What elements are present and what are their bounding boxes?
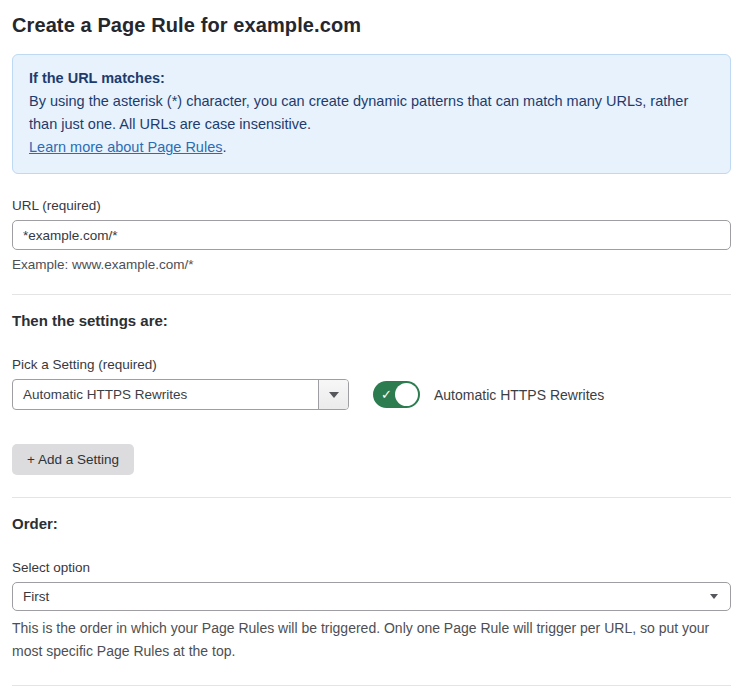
check-icon: ✓ — [381, 388, 392, 401]
setting-select-value: Automatic HTTPS Rewrites — [13, 380, 318, 409]
setting-select[interactable]: Automatic HTTPS Rewrites — [12, 379, 349, 410]
url-input[interactable] — [12, 220, 731, 250]
toggle-wrap: ✓ Automatic HTTPS Rewrites — [373, 381, 604, 408]
toggle-knob — [395, 383, 418, 406]
automatic-https-rewrites-toggle[interactable]: ✓ — [373, 381, 420, 408]
url-example-helper: Example: www.example.com/* — [12, 257, 731, 272]
learn-more-link[interactable]: Learn more about Page Rules — [29, 139, 222, 155]
divider — [12, 497, 731, 498]
page-title: Create a Page Rule for example.com — [12, 14, 731, 37]
info-box-body: By using the asterisk (*) character, you… — [29, 90, 714, 136]
info-box-heading: If the URL matches: — [29, 67, 714, 90]
order-select-label: Select option — [12, 560, 731, 575]
add-setting-button[interactable]: + Add a Setting — [12, 444, 134, 475]
order-select-value: First — [23, 589, 710, 604]
order-helper-text: This is the order in which your Page Rul… — [12, 617, 731, 663]
create-page-rule-form: Create a Page Rule for example.com If th… — [0, 0, 743, 686]
order-section-heading: Order: — [12, 515, 731, 532]
divider — [12, 294, 731, 295]
url-field-label: URL (required) — [12, 198, 731, 213]
setting-select-arrow-button[interactable] — [318, 380, 348, 409]
link-suffix: . — [222, 139, 226, 155]
pick-setting-label: Pick a Setting (required) — [12, 357, 731, 372]
setting-row: Automatic HTTPS Rewrites ✓ Automatic HTT… — [12, 379, 731, 410]
chevron-down-icon — [329, 392, 339, 398]
url-match-info-box: If the URL matches: By using the asteris… — [12, 54, 731, 174]
order-select[interactable]: First — [12, 582, 731, 611]
toggle-label: Automatic HTTPS Rewrites — [434, 387, 604, 403]
settings-section-heading: Then the settings are: — [12, 312, 731, 329]
chevron-down-icon — [710, 594, 718, 599]
info-box-link-line: Learn more about Page Rules. — [29, 136, 714, 159]
